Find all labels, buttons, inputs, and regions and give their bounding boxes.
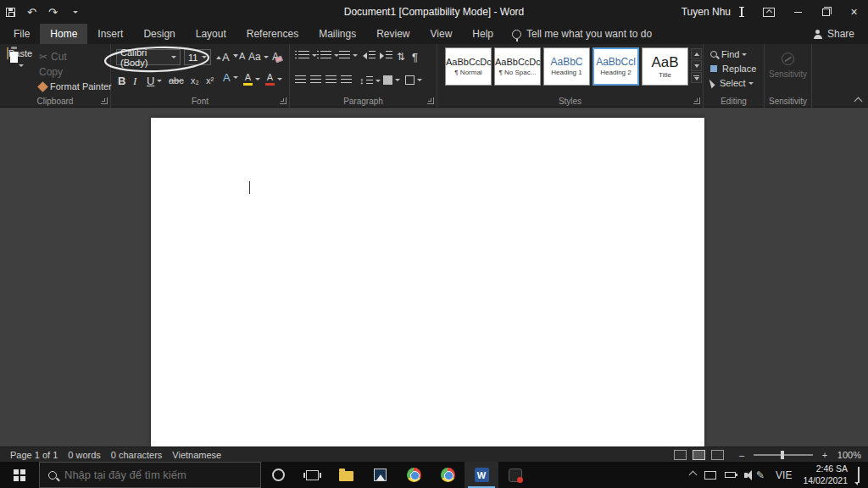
align-right-button[interactable] — [326, 75, 337, 85]
strikethrough-button[interactable]: abc — [169, 75, 184, 86]
chrome-button[interactable] — [397, 462, 431, 488]
style-card-no-spacing[interactable]: AaBbCcDc ¶ No Spac... — [494, 47, 541, 86]
line-spacing-button[interactable]: ↕ — [359, 75, 381, 86]
justify-button[interactable] — [341, 75, 352, 85]
sort-button[interactable]: ⇅ — [397, 51, 405, 63]
character-count[interactable]: 0 characters — [111, 450, 163, 460]
tab-layout[interactable]: Layout — [186, 24, 236, 44]
pen-tray-button[interactable]: ✎ — [752, 462, 771, 488]
tab-review[interactable]: Review — [366, 24, 420, 44]
display-tray-button[interactable] — [700, 462, 721, 488]
taskbar-search-box[interactable] — [39, 462, 261, 488]
italic-button[interactable]: I — [133, 75, 136, 88]
copy-button[interactable]: Copy — [39, 66, 63, 78]
read-mode-button[interactable] — [674, 450, 687, 460]
shading-button[interactable] — [383, 75, 400, 85]
zoom-slider-thumb[interactable] — [781, 451, 784, 459]
volume-tray-button[interactable] — [740, 462, 752, 488]
style-card-heading1[interactable]: AaBbC Heading 1 — [543, 47, 590, 86]
close-button[interactable]: × — [840, 0, 868, 24]
borders-button[interactable] — [405, 75, 422, 85]
save-button[interactable] — [0, 0, 21, 24]
tab-file[interactable]: File — [3, 24, 40, 44]
numbering-button[interactable] — [317, 51, 339, 60]
undo-button[interactable]: ↶ — [21, 0, 42, 24]
taskbar-clock[interactable]: 2:46 SA 14/02/2021 — [796, 463, 854, 485]
font-size-combobox[interactable]: 11 — [184, 49, 211, 65]
clear-formatting-button[interactable]: A — [272, 51, 279, 63]
tab-design[interactable]: Design — [133, 24, 185, 44]
find-button[interactable]: Find — [710, 49, 747, 59]
shrink-font-button[interactable]: A — [233, 51, 245, 61]
clipboard-dialog-launcher[interactable] — [101, 97, 108, 104]
word-count[interactable]: 0 words — [68, 450, 101, 460]
zoom-in-button[interactable]: + — [819, 450, 831, 460]
style-card-heading2[interactable]: AaBbCcl Heading 2 — [593, 47, 639, 86]
redo-button[interactable]: ↷ — [42, 0, 64, 24]
font-dialog-launcher[interactable] — [280, 97, 287, 104]
restore-button[interactable] — [812, 0, 840, 24]
tab-help[interactable]: Help — [462, 24, 504, 44]
grow-font-button[interactable]: A — [216, 51, 230, 64]
photos-button[interactable] — [363, 462, 397, 488]
media-player-button[interactable] — [498, 462, 532, 488]
page-indicator[interactable]: Page 1 of 1 — [10, 450, 58, 460]
font-name-combobox[interactable]: Calibri (Body) — [116, 49, 181, 65]
styles-gallery-down-button[interactable] — [691, 60, 702, 71]
paste-button[interactable]: Paste — [4, 48, 35, 103]
style-card-normal[interactable]: AaBbCcDc ¶ Normal — [445, 47, 492, 86]
tab-insert[interactable]: Insert — [87, 24, 133, 44]
tab-view[interactable]: View — [420, 24, 463, 44]
decrease-indent-button[interactable] — [363, 51, 376, 60]
paragraph-dialog-launcher[interactable] — [427, 97, 434, 104]
minimize-button[interactable] — [784, 0, 812, 24]
text-effects-button[interactable]: A — [223, 73, 238, 82]
sensitivity-button[interactable]: Sensitivity — [765, 53, 811, 79]
format-painter-button[interactable]: Format Painter — [39, 81, 112, 92]
style-card-title[interactable]: AaB Title — [642, 47, 688, 86]
tab-home[interactable]: Home — [40, 24, 87, 44]
task-view-button[interactable] — [295, 462, 329, 488]
font-color-button[interactable]: A — [265, 73, 282, 86]
increase-indent-button[interactable] — [380, 51, 392, 60]
change-case-button[interactable]: Aa — [248, 51, 269, 63]
share-button[interactable]: Share — [814, 24, 868, 44]
align-left-button[interactable] — [295, 75, 306, 85]
select-button[interactable]: Select — [710, 78, 754, 88]
styles-dialog-launcher[interactable] — [693, 97, 700, 104]
zoom-out-button[interactable]: – — [736, 450, 748, 460]
cortana-button[interactable] — [261, 462, 295, 488]
file-explorer-button[interactable] — [329, 462, 363, 488]
customize-quick-access-button[interactable] — [64, 0, 85, 24]
styles-gallery-more-button[interactable] — [691, 72, 702, 83]
user-name[interactable]: Tuyen Nhu — [682, 6, 731, 18]
action-center-button[interactable] — [854, 468, 868, 483]
bullets-button[interactable] — [295, 51, 317, 60]
align-center-button[interactable] — [310, 75, 321, 85]
document-page[interactable] — [151, 118, 704, 446]
cut-button[interactable]: ✂ Cut — [39, 51, 67, 63]
zoom-level[interactable]: 100% — [831, 450, 861, 460]
start-button[interactable] — [0, 462, 39, 488]
superscript-button[interactable]: x² — [206, 75, 214, 86]
show-paragraph-marks-button[interactable]: ¶ — [412, 51, 418, 64]
subscript-button[interactable]: x₂ — [191, 75, 199, 86]
web-layout-button[interactable] — [711, 450, 724, 460]
browser-button[interactable] — [431, 462, 465, 488]
multilevel-list-button[interactable] — [339, 51, 358, 60]
battery-tray-button[interactable] — [721, 462, 740, 488]
collapse-ribbon-button[interactable] — [855, 98, 861, 104]
zoom-slider[interactable] — [754, 454, 813, 456]
underline-button[interactable]: U — [147, 75, 162, 87]
bold-button[interactable]: B — [118, 75, 125, 87]
tab-references[interactable]: References — [236, 24, 309, 44]
language-switcher[interactable]: VIE — [771, 462, 796, 488]
replace-button[interactable]: Replace — [710, 64, 756, 74]
print-layout-button[interactable] — [693, 450, 705, 460]
show-hidden-icons-button[interactable] — [686, 462, 700, 488]
ribbon-display-options-button[interactable] — [756, 0, 784, 24]
language-indicator[interactable]: Vietnamese — [172, 450, 221, 460]
tab-mailings[interactable]: Mailings — [309, 24, 366, 44]
highlight-color-button[interactable]: A — [243, 73, 260, 86]
styles-gallery-up-button[interactable] — [691, 48, 702, 59]
